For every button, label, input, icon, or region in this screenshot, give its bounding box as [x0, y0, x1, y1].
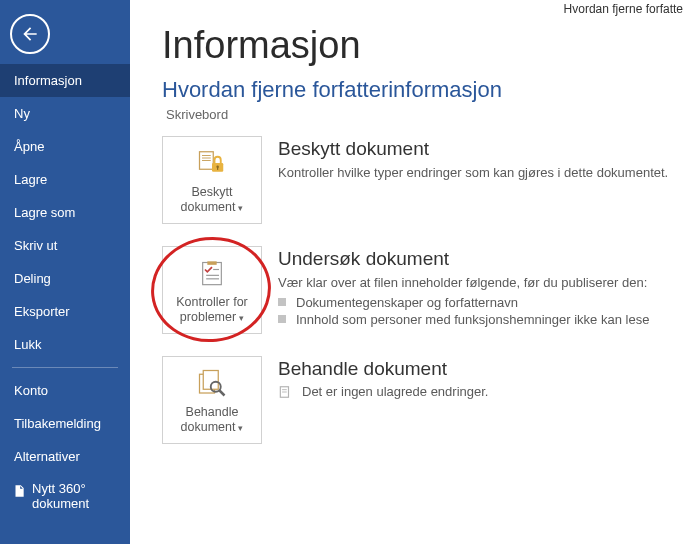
magnifier-document-icon	[197, 368, 227, 398]
chevron-down-icon: ▾	[238, 423, 243, 433]
bullet-icon	[278, 315, 286, 323]
protect-section: Beskytt dokument▾ Beskytt dokument Kontr…	[162, 136, 689, 224]
inspect-section: Kontroller for problemer▾ Undersøk dokum…	[162, 246, 689, 334]
nav-divider	[12, 367, 118, 368]
nav-alternativer[interactable]: Alternativer	[0, 440, 130, 473]
backstage-sidebar: Informasjon Ny Åpne Lagre Lagre som Skri…	[0, 0, 130, 544]
chevron-down-icon: ▾	[239, 313, 244, 323]
nav-nytt-360[interactable]: Nytt 360° dokument	[0, 473, 130, 519]
inspect-tile-label: Kontroller for problemer	[176, 295, 248, 324]
inspect-bullet-1: Dokumentegenskaper og forfatternavn	[278, 295, 689, 310]
back-button[interactable]	[10, 14, 50, 54]
nav-eksporter[interactable]: Eksporter	[0, 295, 130, 328]
lock-icon	[197, 148, 227, 178]
protect-tile-label: Beskytt dokument	[181, 185, 236, 214]
svg-rect-6	[217, 167, 218, 170]
manage-tile-label: Behandle dokument	[181, 405, 239, 434]
manage-row: Det er ingen ulagrede endringer.	[278, 384, 689, 399]
document-location: Skrivebord	[166, 107, 689, 122]
main-pane: Informasjon Hvordan fjerne forfatterinfo…	[130, 0, 689, 444]
nav-deling[interactable]: Deling	[0, 262, 130, 295]
document-icon	[12, 483, 26, 499]
window-title: Hvordan fjerne forfatte	[564, 2, 683, 16]
check-for-issues-tile[interactable]: Kontroller for problemer▾	[162, 246, 262, 334]
nav-skriv-ut[interactable]: Skriv ut	[0, 229, 130, 262]
protect-document-tile[interactable]: Beskytt dokument▾	[162, 136, 262, 224]
nav-apne[interactable]: Åpne	[0, 130, 130, 163]
svg-rect-7	[203, 263, 222, 285]
nav-nytt-360-label: Nytt 360° dokument	[32, 481, 118, 511]
arrow-left-icon	[20, 24, 40, 44]
nav-konto[interactable]: Konto	[0, 374, 130, 407]
protect-desc: Kontroller hvilke typer endringer som ka…	[278, 164, 689, 183]
nav-lagre[interactable]: Lagre	[0, 163, 130, 196]
inspect-desc: Vær klar over at filen inneholder følgen…	[278, 274, 689, 293]
document-small-icon	[278, 385, 292, 399]
bullet-icon	[278, 298, 286, 306]
page-title: Informasjon	[162, 24, 689, 67]
nav-lukk[interactable]: Lukk	[0, 328, 130, 361]
nav-tilbakemelding[interactable]: Tilbakemelding	[0, 407, 130, 440]
protect-heading: Beskytt dokument	[278, 138, 689, 160]
checklist-icon	[198, 258, 226, 288]
manage-document-tile[interactable]: Behandle dokument▾	[162, 356, 262, 444]
nav-ny[interactable]: Ny	[0, 97, 130, 130]
inspect-bullet-2: Innhold som personer med funksjonshemnin…	[278, 312, 689, 327]
manage-heading: Behandle dokument	[278, 358, 689, 380]
svg-line-14	[220, 391, 225, 396]
nav-lagre-som[interactable]: Lagre som	[0, 196, 130, 229]
inspect-heading: Undersøk dokument	[278, 248, 689, 270]
document-title: Hvordan fjerne forfatterinformasjon	[162, 77, 689, 103]
nav-informasjon[interactable]: Informasjon	[0, 64, 130, 97]
manage-section: Behandle dokument▾ Behandle dokument Det…	[162, 356, 689, 444]
chevron-down-icon: ▾	[238, 203, 243, 213]
